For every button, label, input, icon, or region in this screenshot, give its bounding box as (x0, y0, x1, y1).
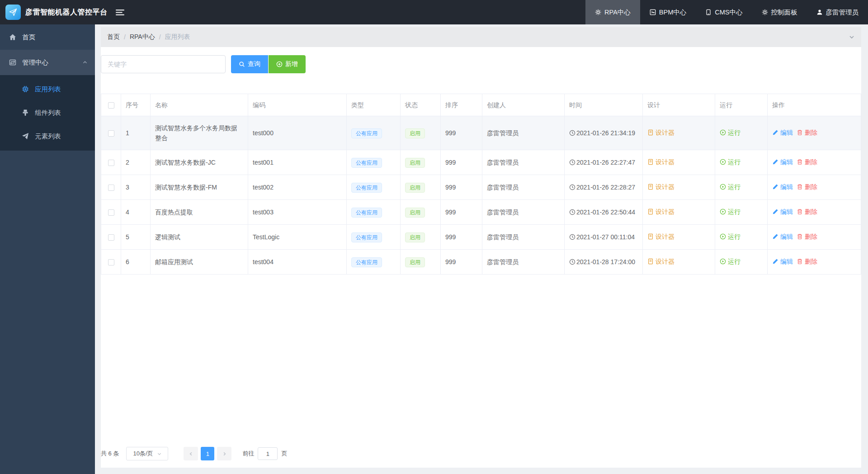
delete-link[interactable]: 删除 (797, 207, 817, 217)
header-cell: 操作 (768, 94, 861, 116)
row-checkbox[interactable] (108, 185, 114, 191)
delete-link[interactable]: 删除 (797, 256, 817, 266)
edit-icon (772, 209, 778, 215)
row-time: 2021-01-26 21:34:19 (565, 116, 643, 150)
edit-link[interactable]: 编辑 (772, 182, 793, 192)
clock-icon (569, 259, 576, 265)
run-link[interactable]: 运行 (720, 182, 741, 192)
row-checkbox[interactable] (108, 234, 114, 241)
breadcrumb-rpa-center[interactable]: RPA中心 (130, 33, 155, 41)
topnav-item-bpm[interactable]: BPM中心 (640, 0, 696, 24)
status-tag: 启用 (405, 208, 425, 218)
row-type: 公有应用 (347, 116, 401, 150)
header-cell-checkbox (101, 94, 121, 116)
designer-link[interactable]: 设计器 (647, 207, 675, 217)
page-size-select[interactable]: 10条/页 (126, 447, 168, 460)
run-link[interactable]: 运行 (720, 157, 741, 167)
sidebar-item-element-list[interactable]: 元素列表 (0, 124, 95, 148)
row-checkbox[interactable] (108, 209, 114, 216)
designer-link[interactable]: 设计器 (647, 256, 675, 266)
chevron-up-icon (82, 60, 88, 65)
delete-link[interactable]: 删除 (797, 157, 817, 167)
sidebar-group-label: 管理中心 (22, 58, 48, 67)
chevron-down-icon[interactable] (849, 34, 855, 40)
row-creator: 彦雷管理员 (482, 150, 565, 175)
run-link[interactable]: 运行 (720, 232, 741, 242)
page-size-value: 10条/页 (133, 450, 153, 458)
delete-icon (797, 258, 803, 265)
row-checkbox[interactable] (108, 259, 114, 265)
search-input[interactable] (101, 55, 226, 73)
run-link[interactable]: 运行 (720, 256, 741, 266)
edit-link[interactable]: 编辑 (772, 256, 793, 266)
row-order: 999 (441, 175, 482, 200)
designer-icon (647, 129, 654, 136)
run-link[interactable]: 运行 (720, 128, 741, 137)
chip-icon (22, 85, 29, 93)
sidebar-submenu: 应用列表 组件列表 元素列表 (0, 75, 95, 151)
row-seq: 1 (121, 116, 151, 150)
type-tag: 公有应用 (351, 158, 382, 168)
topnav-item-panel[interactable]: 控制面板 (752, 0, 807, 24)
edit-link[interactable]: 编辑 (772, 157, 793, 167)
header-cell: 排序 (441, 94, 482, 116)
table-row: 5 逻辑测试 TestLogic 公有应用 启用 999 彦雷管理员 2021-… (101, 225, 861, 250)
app-title: 彦雷智能机器人管控平台 (25, 8, 108, 17)
topnav-label: RPA中心 (604, 8, 631, 17)
breadcrumb-home[interactable]: 首页 (107, 33, 120, 41)
designer-link[interactable]: 设计器 (647, 157, 675, 167)
toolbar: 查询 新增 (101, 55, 861, 73)
next-page-button[interactable] (217, 447, 231, 460)
topnav-item-rpa[interactable]: RPA中心 (585, 0, 640, 24)
row-type: 公有应用 (347, 200, 401, 225)
hamburger-icon[interactable] (116, 9, 124, 16)
app-logo-icon (5, 5, 21, 20)
edit-link[interactable]: 编辑 (772, 128, 793, 137)
row-order: 999 (441, 225, 482, 250)
row-creator: 彦雷管理员 (482, 250, 565, 275)
delete-link[interactable]: 删除 (797, 232, 817, 242)
header-cell: 状态 (401, 94, 441, 116)
edit-link[interactable]: 编辑 (772, 207, 793, 217)
clock-icon (569, 159, 576, 166)
designer-link[interactable]: 设计器 (647, 232, 675, 242)
topnav-item-cms[interactable]: CMS中心 (696, 0, 752, 24)
sidebar-item-home[interactable]: 首页 (0, 24, 95, 50)
designer-link[interactable]: 设计器 (647, 128, 675, 137)
row-checkbox[interactable] (108, 130, 114, 137)
run-link[interactable]: 运行 (720, 207, 741, 217)
edit-link[interactable]: 编辑 (772, 232, 793, 242)
delete-link[interactable]: 删除 (797, 128, 817, 137)
row-creator: 彦雷管理员 (482, 116, 565, 150)
topnav-item-user[interactable]: 彦雷管理员 (807, 0, 868, 24)
row-time: 2021-01-26 22:28:27 (565, 175, 643, 200)
row-seq: 4 (121, 200, 151, 225)
gear-icon (595, 9, 601, 15)
prev-page-button[interactable] (184, 447, 198, 460)
designer-icon (647, 184, 654, 190)
topbar: 彦雷智能机器人管控平台 RPA中心 BPM中心 CMS中心 控制面板 彦雷管理员 (0, 0, 868, 24)
row-checkbox[interactable] (108, 160, 114, 166)
topnav-label: BPM中心 (659, 8, 686, 17)
select-all-checkbox[interactable] (108, 102, 114, 109)
query-button[interactable]: 查询 (231, 55, 268, 73)
gear-icon (762, 9, 768, 15)
delete-link[interactable]: 删除 (797, 182, 817, 192)
sidebar-item-app-list[interactable]: 应用列表 (0, 77, 95, 101)
designer-link[interactable]: 设计器 (647, 182, 675, 192)
add-button[interactable]: 新增 (269, 55, 306, 73)
row-type: 公有应用 (347, 225, 401, 250)
row-code: test003 (248, 200, 347, 225)
sidebar-group-management[interactable]: 管理中心 (0, 50, 95, 75)
row-design: 设计器 (643, 225, 715, 250)
row-name: 邮箱应用测试 (151, 250, 248, 275)
goto-page-input[interactable] (258, 447, 278, 460)
sidebar-item-component-list[interactable]: 组件列表 (0, 101, 95, 124)
query-button-label: 查询 (248, 60, 260, 68)
page-number-button[interactable]: 1 (201, 447, 214, 460)
row-seq: 5 (121, 225, 151, 250)
row-code: test000 (248, 116, 347, 150)
row-order: 999 (441, 150, 482, 175)
row-code: TestLogic (248, 225, 347, 250)
pagination-total: 共 6 条 (101, 450, 119, 458)
